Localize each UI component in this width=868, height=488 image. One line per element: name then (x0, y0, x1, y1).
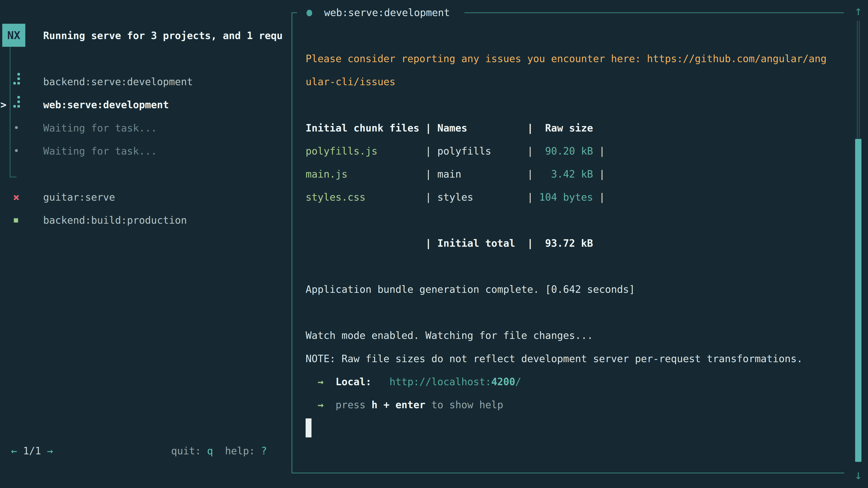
task-label: Waiting for task... (43, 117, 157, 140)
task-group-tree-corner (10, 177, 17, 177)
chunk-file: main.js (306, 168, 347, 180)
help-hint-text: press (336, 399, 371, 411)
issue-report-line-1: Please consider reporting any issues you… (306, 47, 827, 70)
task-row-waiting-for-task-[interactable]: Waiting for task... (0, 140, 291, 163)
task-waiting-dot-icon (15, 149, 18, 152)
terminal-cursor (306, 418, 311, 437)
task-row-backend-serve-development[interactable]: backend:serve:development (0, 70, 291, 93)
spacer (323, 376, 336, 387)
help-hint-keys: h + enter (371, 399, 425, 411)
chunk-table-row-styles: styles.css | styles | 104 bytes | (306, 186, 605, 209)
table-pipe: | (593, 168, 605, 180)
selected-task-chevron-icon: > (0, 93, 6, 116)
pager-next-arrow[interactable]: → (47, 445, 53, 457)
arrow-icon: → (318, 399, 324, 411)
task-label: Waiting for task... (43, 140, 157, 163)
chunk-name: | polyfills | (377, 145, 533, 157)
task-row-guitar-serve[interactable]: guitar:serve (0, 186, 291, 209)
chunk-raw-size: 90.20 kB (533, 145, 593, 157)
task-row-web-serve-development[interactable]: >web:serve:development (0, 93, 291, 116)
running-status-dot-icon (307, 10, 312, 16)
initial-total: | Initial total | 93.72 kB (306, 237, 593, 249)
chunk-table-row-polyfills: polyfills.js | polyfills | 90.20 kB | (306, 140, 605, 163)
bundle-complete-line: Application bundle generation complete. … (306, 278, 635, 301)
scroll-up-icon[interactable]: ↑ (850, 2, 866, 20)
issue-report-text: Please consider reporting any issues you… (306, 53, 827, 64)
scroll-down-icon[interactable]: ↓ (850, 466, 866, 484)
task-label: guitar:serve (43, 186, 115, 209)
arrow-icon: → (318, 376, 324, 387)
watch-mode-line: Watch mode enabled. Watching for file ch… (306, 324, 593, 347)
issue-report-text: ular-cli/issues (306, 76, 395, 88)
task-row-backend-build-production[interactable]: backend:build:production (0, 209, 291, 232)
nx-logo-badge: NX (2, 24, 25, 47)
task-waiting-dot-icon (15, 126, 18, 129)
panel-border-bottom (291, 473, 844, 473)
watch-mode-text: Watch mode enabled. Watching for file ch… (306, 330, 593, 341)
spacer (306, 376, 318, 387)
nx-tui-app: { "app": { "badge": "NX", "header": "Run… (0, 0, 868, 488)
table-pipe: | (593, 191, 605, 203)
task-failed-cross-icon (13, 194, 20, 201)
spacer (371, 376, 389, 387)
panel-title: web:serve:development (324, 1, 450, 24)
table-pipe: | (593, 145, 605, 157)
task-row-waiting-for-task-[interactable]: Waiting for task... (0, 117, 291, 140)
chunk-raw-size: 3.42 kB (533, 168, 593, 180)
chunk-table-header-text: Initial chunk files | Names | Raw size (306, 122, 593, 134)
task-success-square-icon (14, 218, 18, 223)
local-url[interactable]: http://localhost: (390, 376, 491, 387)
chunk-file: polyfills.js (306, 145, 377, 157)
pager-position: 1/1 (17, 445, 47, 457)
spacer (323, 399, 336, 411)
sidebar-header: Running serve for 3 projects, and 1 requ (43, 24, 283, 47)
spacer (306, 399, 318, 411)
bundle-complete-text: Application bundle generation complete. … (306, 284, 635, 295)
task-running-spinner-icon (13, 73, 20, 85)
chunk-file: styles.css (306, 191, 366, 203)
note-line: NOTE: Raw file sizes do not reflect deve… (306, 347, 803, 370)
task-running-spinner-icon (13, 96, 20, 108)
help-key: ? (261, 445, 267, 457)
help-hint-line: → press h + enter to show help (306, 393, 503, 416)
panel-border-left (291, 12, 292, 473)
chunk-table-row-main: main.js | main | 3.42 kB | (306, 163, 605, 186)
local-url-port[interactable]: 4200 (491, 376, 515, 387)
task-label: backend:serve:development (43, 70, 193, 93)
quit-key: q (207, 445, 213, 457)
keyboard-hints: quit: q help: ? (171, 440, 267, 462)
issue-report-line-2: ular-cli/issues (306, 70, 395, 93)
task-label: backend:build:production (43, 209, 187, 232)
scrollbar-thumb[interactable] (855, 139, 862, 462)
page-indicator: ← 1/1 → (11, 440, 53, 462)
task-label: web:serve:development (43, 93, 169, 116)
pager-prev-arrow[interactable]: ← (11, 445, 17, 457)
chunk-raw-size: 104 bytes (533, 191, 593, 203)
panel-border-top-stub (291, 12, 297, 13)
quit-hint-label: quit: (171, 445, 207, 457)
help-hint-label: help: (213, 445, 261, 457)
note-text: NOTE: Raw file sizes do not reflect deve… (306, 353, 803, 364)
chunk-name: | styles | (366, 191, 533, 203)
local-url[interactable]: / (515, 376, 521, 387)
chunk-table-total: | Initial total | 93.72 kB (306, 232, 593, 255)
local-server-line: → Local: http://localhost:4200/ (306, 370, 521, 393)
local-label: Local: (336, 376, 371, 387)
panel-border-top (465, 12, 844, 13)
help-hint-text: to show help (426, 399, 503, 411)
chunk-name: | main | (347, 168, 533, 180)
chunk-table-header: Initial chunk files | Names | Raw size (306, 117, 593, 140)
